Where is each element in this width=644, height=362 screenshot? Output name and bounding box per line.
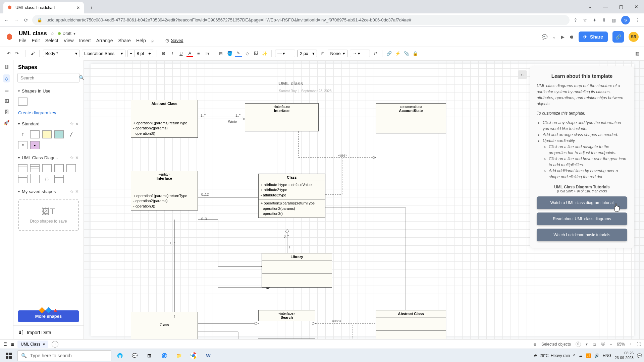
weather-widget[interactable]: 🌧 26°C Heavy rain	[534, 353, 570, 358]
zoom-level[interactable]: 65%	[617, 342, 625, 347]
shape-uml-interface[interactable]	[18, 175, 28, 183]
uml-entity-interface[interactable]: «entity»Interface + operation1(params):r…	[131, 171, 198, 210]
end-arrow-select[interactable]: → ▾	[350, 50, 370, 57]
share-page-icon[interactable]: ⇪	[574, 17, 578, 23]
text-color-icon[interactable]: A	[186, 50, 193, 57]
magic-icon[interactable]: ✨	[261, 50, 268, 57]
rocket-icon[interactable]: 🚀	[4, 120, 9, 125]
container-tool-icon[interactable]: ▭	[4, 88, 9, 93]
more-shapes-button[interactable]: 🔶🔷🔺 More shapes	[18, 310, 79, 322]
menu-arrange[interactable]: Arrange	[96, 38, 113, 43]
present-icon[interactable]: ▶	[561, 34, 565, 40]
tray-language-icon[interactable]: ENG	[603, 353, 611, 358]
taskbar-word-icon[interactable]: W	[202, 350, 215, 362]
canvas-subtitle[interactable]: Samrat Roy | September 23, 2023	[272, 88, 339, 93]
drop-zone[interactable]: 🖼T Drop shapes to save	[18, 199, 79, 231]
taskbar-clock[interactable]: 08:26 23-09-2023	[615, 351, 634, 360]
forward-icon[interactable]: →	[14, 17, 19, 23]
multiplicity-label[interactable]: 1..*	[235, 114, 240, 117]
font-name-select[interactable]: Liberation Sans▾	[82, 50, 125, 57]
shape-list[interactable]: ≡	[18, 141, 28, 149]
shape-uml-multi[interactable]	[66, 164, 76, 172]
multiplicity-label[interactable]: 0..12	[201, 193, 209, 196]
tutorial-button-basic[interactable]: Watch Lucidchart basic tutorials	[537, 229, 627, 241]
italic-icon[interactable]: I	[169, 50, 176, 57]
shape-options-icon[interactable]: ◇	[244, 50, 251, 57]
selected-caret[interactable]: ▾	[586, 342, 588, 347]
multiplicity-label[interactable]: 1..*	[201, 114, 206, 117]
uml-accountstate[interactable]: «enumeration»AccountState	[376, 103, 446, 133]
panel-toggle-icon[interactable]: ▥	[634, 50, 641, 57]
grid-view-icon[interactable]: ▦	[10, 342, 14, 347]
format-painter-icon[interactable]: 🖌	[29, 50, 36, 57]
taskbar-taskview-icon[interactable]: ⊞	[143, 350, 156, 362]
menu-select[interactable]: Select	[45, 38, 58, 43]
maximize-icon[interactable]: ▢	[613, 0, 629, 13]
status-pill[interactable]: Draft ▾	[58, 31, 75, 36]
new-tab-button[interactable]: +	[87, 3, 96, 12]
list-view-icon[interactable]: ☰	[3, 342, 7, 347]
underline-icon[interactable]: U	[178, 50, 184, 57]
lock-icon[interactable]: 🔒	[412, 50, 419, 57]
reload-icon[interactable]: ⟳	[24, 17, 28, 23]
close-icon[interactable]: ✕	[629, 0, 644, 13]
shape-uml-braces[interactable]: { }	[42, 175, 52, 183]
shape-rect[interactable]	[30, 130, 40, 138]
multiplicity-label[interactable]: 1	[288, 245, 290, 249]
line-path-icon[interactable]: ↱	[319, 50, 326, 57]
minimize-icon[interactable]: —	[598, 0, 613, 13]
accessibility-icon[interactable]: Ⓐ	[601, 341, 605, 347]
uml-class-main[interactable]: Class + attribute1:type = defaultValue +…	[258, 174, 325, 218]
close-tab-icon[interactable]: ✕	[76, 5, 80, 10]
multiplicity-label[interactable]: 0..*	[170, 241, 175, 245]
uml-abstract2[interactable]: Abstract Class	[376, 310, 446, 339]
edge-label[interactable]: «use»	[338, 154, 347, 157]
fullscreen-icon[interactable]: ⛶	[637, 342, 641, 347]
text-options-icon[interactable]: T▾	[204, 50, 211, 57]
shape-item[interactable]	[18, 98, 28, 106]
uml-abstract-class[interactable]: Abstract Class + operation1(params):retu…	[131, 100, 198, 138]
link-icon[interactable]: 🔗	[386, 50, 392, 57]
add-page-button[interactable]: +	[52, 341, 58, 348]
taskbar-edge-icon[interactable]: 🌀	[158, 350, 170, 362]
search-docs-icon[interactable]: ⌕	[151, 38, 155, 44]
taskbar-explorer-icon[interactable]: 📁	[172, 350, 185, 362]
font-size-value[interactable]: 8 pt	[135, 50, 147, 57]
shape-play[interactable]: ▸	[30, 141, 40, 149]
extensions-icon[interactable]: ✦	[593, 17, 597, 23]
uml-library[interactable]: Library	[262, 253, 332, 288]
shape-note[interactable]	[42, 130, 52, 138]
chevron-down-icon[interactable]: ⌄	[582, 0, 598, 13]
menu-edit[interactable]: Edit	[32, 38, 40, 43]
shape-uml-class[interactable]	[18, 164, 28, 172]
layer-icon[interactable]: 📎	[403, 50, 410, 57]
downloads-icon[interactable]: ⬇	[602, 17, 606, 23]
menu-insert[interactable]: Insert	[79, 38, 91, 43]
image-tool-icon[interactable]: 🖼	[4, 99, 9, 104]
taskbar-search[interactable]: 🔍 Type here to search	[17, 350, 111, 361]
menu-file[interactable]: File	[19, 38, 26, 43]
bookmark-icon[interactable]: ☆	[583, 17, 587, 23]
zoom-in-icon[interactable]: +	[630, 342, 632, 347]
tray-chevron-icon[interactable]: ^	[573, 353, 575, 358]
target-icon[interactable]: ⊕	[533, 342, 537, 347]
pin-icon[interactable]: ☆ ✕	[70, 189, 79, 194]
shapes-search[interactable]: 🔍	[17, 73, 79, 82]
shapes-tool-icon[interactable]: ◇	[3, 74, 10, 82]
shape-text[interactable]: T	[18, 130, 28, 138]
menu-help[interactable]: Help	[136, 38, 146, 43]
layout-icon[interactable]: ⊞	[218, 50, 224, 57]
record-icon[interactable]: ⏺	[569, 34, 574, 40]
line-width-value[interactable]: 2 px	[298, 50, 311, 57]
line-width-stepper[interactable]: 2 px ▾	[297, 50, 317, 57]
taskbar-globe-icon[interactable]: 🌐	[113, 350, 126, 362]
panel-toggle-icon[interactable]: ▥	[4, 64, 9, 69]
doc-title[interactable]: UML class	[19, 30, 47, 37]
menu-icon[interactable]: ⋮	[635, 17, 640, 23]
undo-icon[interactable]: ↶	[5, 50, 12, 57]
canvas-title[interactable]: UML class	[278, 80, 303, 86]
fill-icon[interactable]: 🪣	[226, 50, 233, 57]
pin-icon[interactable]: ☆ ✕	[70, 155, 79, 160]
share-button[interactable]: ✈ Share	[579, 32, 608, 42]
tutorial-button-read[interactable]: Read about UML class diagrams	[537, 213, 627, 225]
